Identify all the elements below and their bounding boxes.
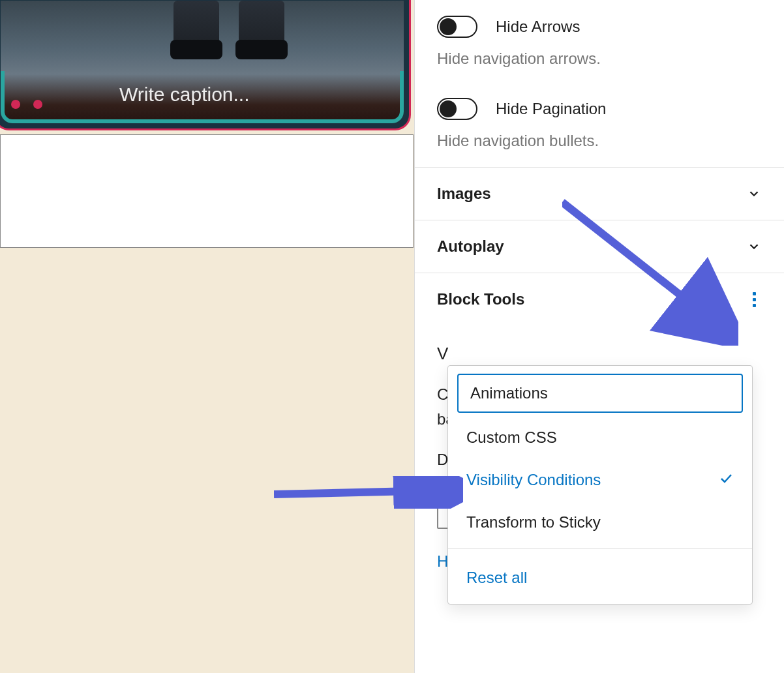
hide-pagination-row: Hide Pagination Hide navigation bullets.: [415, 85, 784, 167]
autoplay-title: Autoplay: [437, 237, 504, 256]
menu-visibility-label: Visibility Conditions: [466, 471, 601, 489]
images-section[interactable]: Images: [415, 167, 784, 220]
menu-custom-css[interactable]: Custom CSS: [448, 417, 752, 458]
hide-arrows-label: Hide Arrows: [496, 18, 580, 36]
empty-content-block[interactable]: [0, 134, 414, 248]
autoplay-section[interactable]: Autoplay: [415, 220, 784, 273]
editor-canvas: Write caption...: [0, 0, 414, 673]
pagination-dot[interactable]: [33, 100, 42, 109]
menu-transform-sticky[interactable]: Transform to Sticky: [448, 501, 752, 543]
menu-reset-all[interactable]: Reset all: [448, 554, 752, 604]
pagination-dot[interactable]: [11, 100, 20, 109]
more-options-icon[interactable]: [746, 292, 762, 307]
caption-placeholder[interactable]: Write caption...: [119, 83, 250, 106]
menu-separator: [448, 548, 752, 549]
chevron-down-icon: [746, 186, 762, 202]
menu-visibility-conditions[interactable]: Visibility Conditions: [448, 458, 752, 501]
block-tools-section[interactable]: Block Tools: [415, 273, 784, 325]
partial-text: V: [437, 344, 762, 364]
menu-animations[interactable]: Animations: [457, 374, 743, 413]
hide-pagination-toggle[interactable]: [437, 98, 477, 120]
images-title: Images: [437, 185, 491, 203]
hide-arrows-desc: Hide navigation arrows.: [437, 50, 762, 68]
check-icon: [718, 470, 734, 490]
slider-block[interactable]: Write caption...: [0, 0, 411, 130]
hide-pagination-desc: Hide navigation bullets.: [437, 132, 762, 150]
block-tools-title: Block Tools: [437, 290, 524, 308]
hide-arrows-row: Hide Arrows Hide navigation arrows.: [415, 0, 784, 85]
chevron-down-icon: [746, 239, 762, 254]
block-tools-menu: Animations Custom CSS Visibility Conditi…: [447, 365, 753, 605]
hide-arrows-toggle[interactable]: [437, 16, 477, 38]
hide-pagination-label: Hide Pagination: [496, 100, 606, 118]
slider-pagination[interactable]: [11, 100, 42, 109]
